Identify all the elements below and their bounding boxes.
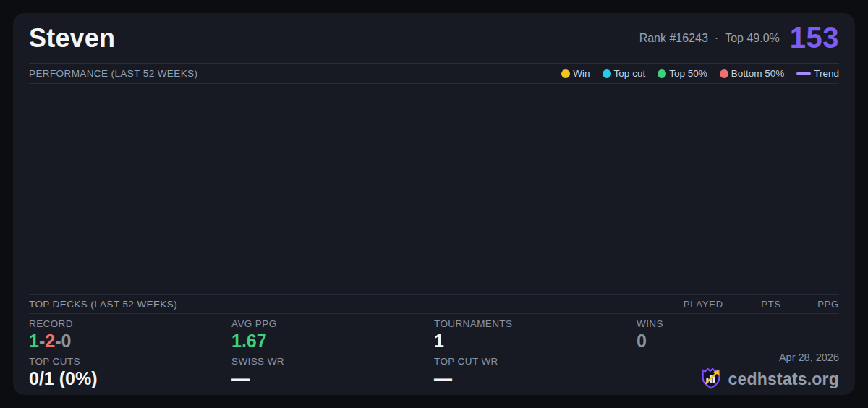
report-date: Apr 28, 2026	[779, 352, 839, 363]
legend-label: Bottom 50%	[731, 68, 785, 79]
stat-record: RECORD 1-2-0	[29, 318, 231, 356]
top-percent-label: Top 49.0%	[725, 32, 780, 45]
stat-top-cut-wr: TOP CUT WR —	[434, 356, 637, 395]
top-cut-wr-value: —	[434, 369, 637, 389]
avg-ppg-value: 1.67	[231, 331, 434, 352]
tournaments-value: 1	[434, 331, 637, 352]
legend-item-top-cut[interactable]: Top cut	[603, 68, 646, 79]
stat-top-cuts: TOP CUTS 0/1 (0%)	[29, 356, 231, 395]
record-wins: 1	[29, 331, 39, 351]
header-right: Rank #16243 · Top 49.0% 153	[639, 22, 839, 54]
player-stats-card: Steven Rank #16243 · Top 49.0% 153 PERFO…	[13, 13, 855, 395]
legend-label: Top cut	[614, 68, 646, 79]
brand-row[interactable]: cedhstats.org	[699, 366, 839, 392]
cedhstats-shield-logo-icon	[699, 366, 723, 392]
player-score: 153	[790, 22, 839, 54]
stat-label: SWISS WR	[231, 356, 434, 367]
deck-column-headers: PLAYED PTS PPG	[665, 299, 839, 310]
footer-branding: Apr 28, 2026 cedhstats.org	[637, 356, 839, 395]
legend-label: Win	[573, 68, 590, 79]
performance-header-row: PERFORMANCE (LAST 52 WEEKS) Win Top cut …	[29, 64, 839, 84]
swiss-wr-value: —	[231, 369, 434, 389]
top-50-dot-icon	[658, 69, 666, 78]
stat-wins: WINS 0	[637, 318, 839, 356]
chart-legend: Win Top cut Top 50% Bottom 50% Trend	[561, 68, 839, 79]
site-name: cedhstats.org	[728, 370, 839, 389]
legend-label: Trend	[814, 68, 839, 79]
rank-summary: Rank #16243 · Top 49.0%	[639, 32, 780, 45]
legend-item-win[interactable]: Win	[561, 68, 590, 79]
legend-item-top-50[interactable]: Top 50%	[658, 68, 707, 79]
trend-line-icon	[796, 72, 811, 75]
stat-label: TOP CUT WR	[434, 356, 637, 367]
legend-item-bottom-50[interactable]: Bottom 50%	[720, 68, 785, 79]
player-name: Steven	[29, 23, 115, 54]
card-header: Steven Rank #16243 · Top 49.0% 153	[29, 13, 839, 64]
top-decks-title: TOP DECKS (LAST 52 WEEKS)	[29, 299, 177, 310]
stat-label: AVG PPG	[231, 318, 434, 329]
legend-item-trend[interactable]: Trend	[796, 68, 839, 79]
top-decks-header-row: TOP DECKS (LAST 52 WEEKS) PLAYED PTS PPG	[29, 294, 839, 314]
stat-label: TOURNAMENTS	[434, 318, 637, 329]
record-value: 1-2-0	[29, 331, 231, 352]
record-losses: 2	[45, 331, 55, 351]
wins-value: 0	[637, 331, 839, 352]
record-separator: -	[39, 331, 45, 351]
column-pts: PTS	[723, 299, 781, 310]
stat-label: TOP CUTS	[29, 356, 231, 367]
top-cut-dot-icon	[603, 69, 611, 78]
stat-avg-ppg: AVG PPG 1.67	[231, 318, 434, 356]
legend-label: Top 50%	[669, 68, 707, 79]
record-draws: 0	[61, 331, 71, 351]
column-ppg: PPG	[781, 299, 839, 310]
bottom-50-dot-icon	[720, 69, 728, 78]
stat-tournaments: TOURNAMENTS 1	[434, 318, 637, 356]
stats-grid: RECORD 1-2-0 AVG PPG 1.67 TOURNAMENTS 1 …	[29, 314, 839, 395]
rank-separator: ·	[715, 32, 718, 45]
performance-title: PERFORMANCE (LAST 52 WEEKS)	[29, 68, 197, 79]
stat-label: RECORD	[29, 318, 231, 329]
performance-chart	[29, 84, 839, 294]
rank-label: Rank #16243	[639, 32, 708, 45]
stat-label: WINS	[637, 318, 839, 329]
stat-swiss-wr: SWISS WR —	[231, 356, 434, 395]
win-dot-icon	[561, 69, 570, 78]
column-played: PLAYED	[665, 299, 723, 310]
top-cuts-value: 0/1 (0%)	[29, 369, 231, 389]
